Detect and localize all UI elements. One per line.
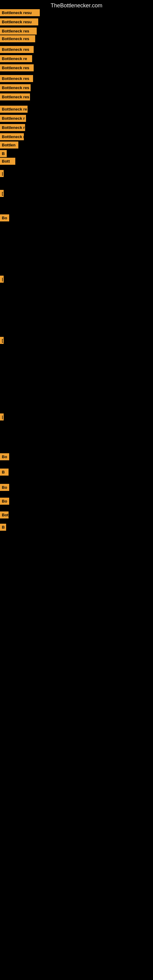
bottleneck-item-8: Bottleneck res	[0, 75, 33, 82]
bottleneck-item-26: Bo	[0, 484, 9, 491]
bottleneck-item-25: B	[0, 469, 9, 476]
bottleneck-item-3: Bottleneck res	[0, 27, 37, 35]
bottleneck-item-10: Bottleneck res	[0, 94, 30, 100]
bottleneck-item-9: Bottleneck res	[0, 84, 30, 91]
bottleneck-item-29: B	[0, 524, 6, 531]
site-title: TheBottlenecker.com	[0, 0, 153, 10]
bottleneck-item-4: Bottleneck res	[0, 35, 35, 42]
bottleneck-item-12: Bottleneck r	[0, 115, 26, 122]
bottleneck-item-16: B	[0, 150, 7, 157]
bottleneck-item-13: Bottleneck r	[0, 124, 25, 131]
bottleneck-item-24: Bo	[0, 453, 9, 460]
bottleneck-item-21: |	[0, 275, 4, 283]
bottleneck-item-7: Bottleneck res	[0, 64, 33, 72]
bottleneck-item-23: |	[0, 414, 4, 420]
bottleneck-item-6: Bottleneck re	[0, 55, 32, 62]
bottleneck-item-19: [	[0, 190, 4, 197]
bottleneck-item-17: Bott	[0, 158, 15, 165]
bottleneck-item-5: Bottleneck res	[0, 46, 33, 53]
bottleneck-item-14: Bottleneck r	[0, 133, 24, 140]
bottleneck-item-22: [	[0, 337, 4, 344]
bottleneck-item-1: Bottleneck resu	[0, 9, 40, 16]
bottleneck-item-15: Bottlen	[0, 142, 18, 148]
bottleneck-item-11: Bottleneck re	[0, 106, 27, 113]
bottleneck-item-28: Bott	[0, 511, 9, 519]
bottleneck-item-18: |	[0, 170, 4, 177]
bottleneck-item-2: Bottleneck resu	[0, 18, 38, 25]
bottleneck-item-27: Bo	[0, 498, 9, 505]
bottleneck-item-20: Bo	[0, 215, 9, 221]
